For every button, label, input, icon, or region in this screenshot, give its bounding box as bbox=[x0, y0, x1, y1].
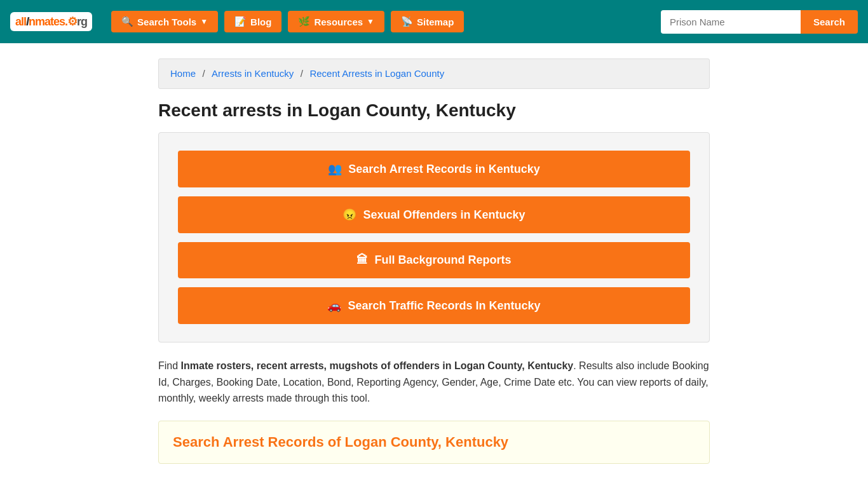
logo[interactable]: allInmates.⚙rg bbox=[10, 12, 92, 31]
prison-name-input[interactable] bbox=[661, 10, 801, 34]
search-arrest-records-section: Search Arrest Records of Logan County, K… bbox=[158, 421, 710, 464]
page-title: Recent arrests in Logan County, Kentucky bbox=[158, 100, 710, 121]
sitemap-button[interactable]: 📡 Sitemap bbox=[391, 11, 464, 32]
search-tools-icon: 🔍 bbox=[121, 16, 133, 27]
breadcrumb-sep-1: / bbox=[202, 68, 205, 79]
nav-search-button[interactable]: Search bbox=[801, 10, 858, 34]
search-arrest-records-button[interactable]: 👥 Search Arrest Records in Kentucky bbox=[178, 151, 690, 187]
resources-button[interactable]: 🌿 Resources ▼ bbox=[288, 11, 384, 32]
navbar: allInmates.⚙rg 🔍 Search Tools ▼ 📝 Blog 🌿… bbox=[0, 0, 868, 43]
breadcrumb-home[interactable]: Home bbox=[170, 68, 196, 79]
sitemap-icon: 📡 bbox=[401, 16, 413, 27]
people-icon: 👥 bbox=[328, 162, 342, 176]
action-buttons-card: 👥 Search Arrest Records in Kentucky 😠 Se… bbox=[158, 132, 710, 342]
breadcrumb-sep-2: / bbox=[301, 68, 303, 79]
search-traffic-records-button[interactable]: 🚗 Search Traffic Records In Kentucky bbox=[178, 287, 690, 324]
building-icon: 🏛 bbox=[356, 254, 368, 267]
search-section-title: Search Arrest Records of Logan County, K… bbox=[173, 434, 695, 451]
description-bold: Inmate rosters, recent arrests, mugshots… bbox=[181, 360, 574, 371]
main-content: Home / Arrests in Kentucky / Recent Arre… bbox=[148, 58, 720, 464]
description-prefix: Find bbox=[158, 360, 181, 371]
car-icon: 🚗 bbox=[327, 299, 341, 313]
offender-icon: 😠 bbox=[342, 208, 356, 222]
breadcrumb-arrests-ky[interactable]: Arrests in Kentucky bbox=[212, 68, 294, 79]
blog-icon: 📝 bbox=[234, 16, 247, 27]
description-text: Find Inmate rosters, recent arrests, mug… bbox=[158, 358, 710, 407]
chevron-down-icon: ▼ bbox=[367, 17, 374, 26]
chevron-down-icon: ▼ bbox=[200, 17, 208, 26]
full-background-reports-button[interactable]: 🏛 Full Background Reports bbox=[178, 242, 690, 278]
breadcrumb-current: Recent Arrests in Logan County bbox=[309, 68, 444, 79]
breadcrumb: Home / Arrests in Kentucky / Recent Arre… bbox=[158, 58, 710, 89]
sexual-offenders-button[interactable]: 😠 Sexual Offenders in Kentucky bbox=[178, 196, 690, 233]
nav-search-group: Search bbox=[661, 10, 858, 34]
search-tools-button[interactable]: 🔍 Search Tools ▼ bbox=[111, 11, 218, 32]
blog-button[interactable]: 📝 Blog bbox=[224, 11, 281, 32]
resources-icon: 🌿 bbox=[298, 16, 310, 27]
